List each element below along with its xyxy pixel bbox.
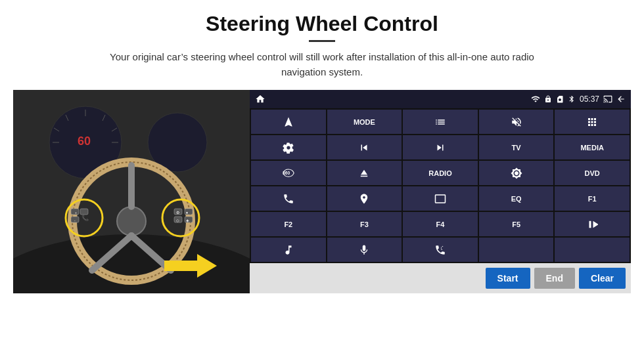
sim-icon: [556, 95, 564, 103]
mic-button[interactable]: [327, 238, 402, 262]
tv-button[interactable]: TV: [479, 135, 554, 159]
status-bar: 05:37: [250, 90, 631, 108]
f5-button[interactable]: F5: [479, 212, 554, 236]
svg-text:♦: ♦: [186, 211, 188, 215]
cast-icon: [603, 94, 612, 104]
svg-rect-21: [80, 209, 88, 215]
bottom-bar: Start End Clear: [250, 263, 631, 293]
screen-button[interactable]: [403, 186, 478, 211]
svg-text:◇: ◇: [176, 219, 179, 222]
time-display: 05:37: [580, 94, 599, 104]
control-panel: 05:37 MODE: [250, 90, 631, 293]
settings-button[interactable]: [251, 135, 326, 159]
f4-button[interactable]: F4: [403, 212, 478, 236]
lock-icon: [544, 95, 552, 103]
empty1-button[interactable]: [479, 238, 554, 262]
list-button[interactable]: [403, 110, 478, 134]
eject-button[interactable]: [327, 161, 402, 185]
eq-button[interactable]: EQ: [479, 186, 554, 211]
mode-button[interactable]: MODE: [327, 110, 402, 134]
f3-button[interactable]: F3: [327, 212, 402, 236]
prev-button[interactable]: [327, 135, 402, 159]
start-button[interactable]: Start: [486, 268, 530, 289]
music-button[interactable]: [251, 238, 326, 262]
content-area: 60 + - 📞: [13, 90, 631, 293]
clear-button[interactable]: Clear: [579, 268, 626, 289]
svg-point-14: [117, 207, 146, 236]
empty2-button[interactable]: [555, 238, 630, 262]
playpause-button[interactable]: [555, 212, 630, 236]
status-right: 05:37: [531, 94, 626, 104]
button-grid: MODE: [250, 108, 631, 263]
apps-button[interactable]: [555, 110, 630, 134]
svg-text:◈: ◈: [186, 219, 189, 222]
end-button[interactable]: End: [534, 268, 575, 289]
svg-text:60: 60: [78, 135, 91, 148]
phone-button[interactable]: [251, 186, 326, 211]
svg-text:+: +: [75, 211, 77, 215]
steering-wheel-image: 60 + - 📞: [13, 90, 250, 293]
status-left: [255, 94, 265, 104]
page: Steering Wheel Control Your original car…: [0, 0, 644, 357]
next-button[interactable]: [403, 135, 478, 159]
svg-text:📞: 📞: [81, 214, 89, 222]
navi-button[interactable]: [327, 186, 402, 211]
title-underline: [309, 40, 335, 42]
home-icon: [255, 94, 265, 104]
bluetooth-icon: [568, 95, 576, 103]
brightness-button[interactable]: [479, 161, 554, 185]
volphone-button[interactable]: /: [403, 238, 478, 262]
mute-button[interactable]: [479, 110, 554, 134]
f2-button[interactable]: F2: [251, 212, 326, 236]
svg-text:⚙: ⚙: [176, 211, 179, 215]
dvd-button[interactable]: DVD: [555, 161, 630, 185]
wifi-icon: [531, 94, 540, 104]
media-button[interactable]: MEDIA: [555, 135, 630, 159]
radio-button[interactable]: RADIO: [403, 161, 478, 185]
page-title: Steering Wheel Control: [206, 12, 438, 36]
subtitle: Your original car’s steering wheel contr…: [92, 50, 552, 79]
cam360-button[interactable]: 360: [251, 161, 326, 185]
nav-button[interactable]: [251, 110, 326, 134]
back-icon: [616, 94, 626, 104]
f1-button[interactable]: F1: [555, 186, 630, 211]
